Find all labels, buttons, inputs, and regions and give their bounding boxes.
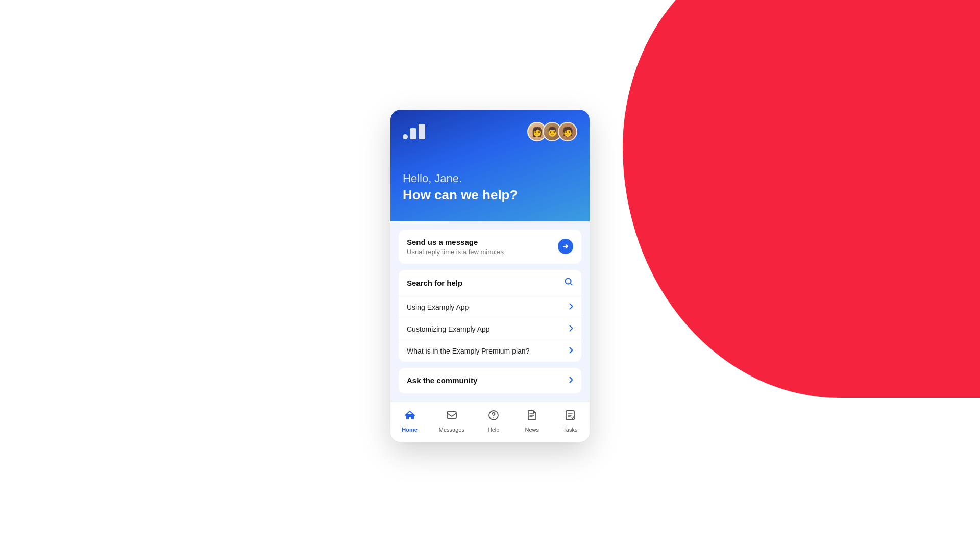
send-message-text: Send us a message Usual reply time is a … [407, 238, 504, 256]
search-label: Search for help [407, 279, 462, 287]
help-item-label: Customizing Examply App [407, 325, 490, 333]
help-item-customizing[interactable]: Customizing Examply App [399, 318, 581, 340]
logo-bar1 [410, 128, 416, 139]
send-message-title: Send us a message [407, 238, 504, 246]
nav-tasks-label: Tasks [563, 427, 577, 433]
help-item-label: What is in the Examply Premium plan? [407, 347, 529, 355]
nav-help-label: Help [488, 427, 500, 433]
tasks-icon [564, 409, 576, 424]
nav-home-label: Home [402, 427, 418, 433]
community-chevron-icon [569, 376, 573, 385]
svg-rect-1 [447, 412, 456, 418]
nav-news[interactable]: News [517, 407, 547, 435]
chevron-right-icon [569, 303, 573, 311]
nav-help[interactable]: Help [478, 407, 509, 435]
send-message-arrow[interactable] [558, 239, 573, 254]
send-message-card[interactable]: Send us a message Usual reply time is a … [399, 230, 581, 264]
help-icon [487, 409, 500, 424]
messages-icon [446, 409, 458, 424]
community-card[interactable]: Ask the community [399, 368, 581, 393]
chevron-right-icon [569, 347, 573, 355]
greeting-sub: Hello, Jane. [403, 172, 577, 185]
greeting-main: How can we help? [403, 187, 577, 203]
search-icon [564, 277, 573, 289]
nav-home[interactable]: Home [395, 407, 425, 435]
widget-header: 👩 👨 🧑 Hello, Jane. How can we help? [390, 110, 590, 221]
help-widget: 👩 👨 🧑 Hello, Jane. How can we help? Send [390, 110, 590, 442]
widget-content: Send us a message Usual reply time is a … [390, 221, 590, 402]
logo-dot [403, 134, 408, 139]
send-message-subtitle: Usual reply time is a few minutes [407, 248, 504, 256]
community-label: Ask the community [407, 376, 477, 385]
agent-avatars: 👩 👨 🧑 [527, 122, 577, 141]
nav-messages-label: Messages [439, 427, 464, 433]
help-item-premium[interactable]: What is in the Examply Premium plan? [399, 340, 581, 362]
logo-bar2 [419, 124, 425, 139]
help-item-using[interactable]: Using Examply App [399, 296, 581, 318]
avatar-3: 🧑 [558, 122, 577, 141]
svg-point-3 [493, 417, 494, 418]
nav-messages[interactable]: Messages [433, 407, 471, 435]
bottom-nav: Home Messages [390, 402, 590, 442]
search-header[interactable]: Search for help [399, 270, 581, 296]
news-icon [526, 409, 538, 424]
nav-news-label: News [525, 427, 539, 433]
help-item-label: Using Examply App [407, 303, 469, 311]
search-card: Search for help Using Examply App [399, 270, 581, 362]
home-icon [404, 409, 416, 424]
logo [403, 124, 425, 139]
chevron-right-icon [569, 325, 573, 333]
nav-tasks[interactable]: Tasks [555, 407, 585, 435]
